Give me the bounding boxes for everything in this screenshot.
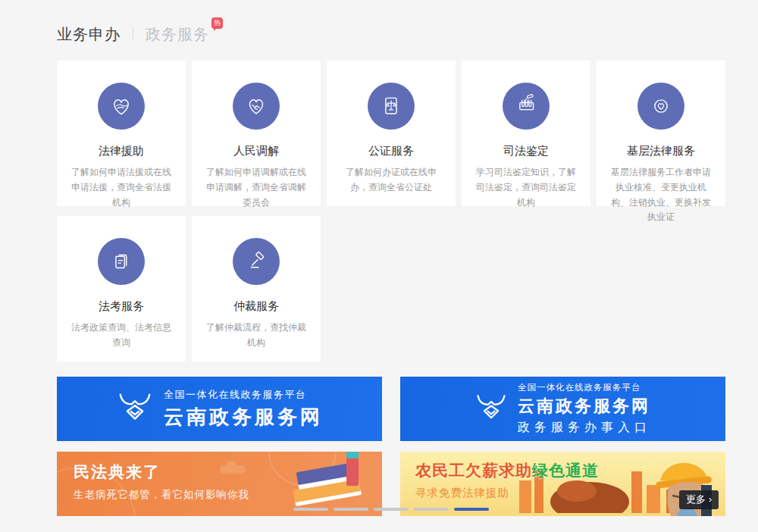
card-people-mediation[interactable]: 人民调解 了解如何申请调解或在线申请调解，查询全省调解委员会 [192, 61, 321, 206]
migrant-worker-banner[interactable]: 农民工欠薪求助绿色通道 寻求免费法律援助 更多 › [400, 452, 725, 516]
carousel-dash-active[interactable] [454, 508, 489, 511]
yunnan-ox-logo-icon [116, 391, 154, 427]
card-judicial-authentication[interactable]: 司法鉴定 学习司法鉴定知识，了解司法鉴定，查询司法鉴定机构 [462, 61, 590, 206]
worker-banner-subtitle: 寻求免费法律援助 [415, 486, 509, 500]
card-desc: 了解如何申请法援或在线申请法援，查询全省法援机构 [69, 165, 174, 210]
gov-banner-text: 全国一体化在线政务服务平台 云南政务服务网 政务服务办事入口 [518, 382, 651, 436]
title-orange-part: 农民工欠薪求助 [415, 462, 532, 479]
card-arbitration[interactable]: 仲裁服务 了解仲裁流程，查找仲裁机构 [192, 216, 321, 361]
gov-banner-row: 全国一体化在线政务服务平台 云南政务服务网 全国一体化在线政务服务平台 云南政务… [57, 377, 725, 441]
carousel-indicators [293, 508, 489, 511]
gov-banner-text: 全国一体化在线政务服务平台 云南政务服务网 [164, 388, 323, 430]
civil-code-subtitle: 生老病死它都管，看它如何影响你我 [74, 488, 249, 502]
tab-divider [133, 27, 133, 41]
carousel-dash[interactable] [414, 508, 449, 511]
civil-code-title: 民法典来了 [74, 462, 161, 483]
card-desc: 基层法律服务工作者申请执业核准、变更执业机构、注销执业、更换补发执业证 [609, 165, 713, 225]
civil-code-banner[interactable]: 民法典来了 生老病死它都管，看它如何影响你我 [57, 452, 382, 516]
handshake-icon [233, 83, 280, 130]
promo-banner-row: 民法典来了 生老病死它都管，看它如何影响你我 [57, 452, 725, 516]
card-desc: 了解如何申请调解或在线申请调解，查询全省调解委员会 [204, 165, 309, 210]
heart-circle-icon [637, 83, 684, 130]
gavel-icon [233, 238, 280, 285]
cloud-icon [220, 465, 246, 474]
carousel-dash[interactable] [334, 508, 368, 511]
gov-portal-banner-left[interactable]: 全国一体化在线政务服务平台 云南政务服务网 [57, 377, 382, 441]
card-notary-service[interactable]: 公证服务 了解如何办证或在线申办，查询全省公证处 [327, 61, 456, 206]
documents-icon [98, 238, 145, 285]
card-title: 基层法律服务 [597, 144, 725, 158]
hot-badge: 热 [211, 17, 223, 29]
card-desc: 了解仲裁流程，查找仲裁机构 [204, 321, 309, 351]
card-title: 仲裁服务 [192, 299, 321, 314]
more-button[interactable]: 更多 › [679, 490, 719, 509]
main-content: 业务申办 政务服务 热 法律援助 了解如何申请法援或在线申请法援，查询全省法援机… [57, 0, 725, 516]
tab-government-service[interactable]: 政务服务 [146, 24, 209, 45]
scales-scroll-icon [368, 83, 415, 130]
gov-tagline: 全国一体化在线政务服务平台 [518, 382, 651, 393]
title-green-part: 绿色通道 [532, 462, 599, 479]
card-desc: 学习司法鉴定知识，了解司法鉴定，查询司法鉴定机构 [474, 165, 578, 210]
card-grassroots-legal[interactable]: 基层法律服务 基层法律服务工作者申请执业核准、变更执业机构、注销执业、更换补发执… [597, 61, 725, 206]
worker-banner-title: 农民工欠薪求助绿色通道 [415, 460, 599, 481]
service-grid: 法律援助 了解如何申请法援或在线申请法援，查询全省法援机构 人民调解 了解如何申… [57, 61, 725, 361]
gov-portal-banner-right[interactable]: 全国一体化在线政务服务平台 云南政务服务网 政务服务办事入口 [400, 377, 725, 441]
card-title: 司法鉴定 [462, 144, 590, 158]
gov-site-name: 云南政务服务网 [164, 404, 323, 430]
gov-site-name: 云南政务服务网 [518, 395, 651, 418]
card-desc: 法考政策查询、法考信息查询 [69, 321, 174, 351]
heart-hand-icon [98, 83, 145, 130]
card-law-exam[interactable]: 法考服务 法考政策查询、法考信息查询 [57, 216, 186, 361]
more-label: 更多 [686, 493, 706, 506]
section-tabs: 业务申办 政务服务 热 [57, 24, 725, 44]
carousel-dash[interactable] [293, 508, 328, 511]
chevron-right-icon: › [709, 494, 712, 505]
yunnan-ox-logo-icon [475, 393, 508, 426]
tab-business-apply[interactable]: 业务申办 [57, 24, 121, 45]
card-title: 法律援助 [57, 144, 186, 158]
test-tubes-icon [503, 83, 550, 130]
gov-tagline: 全国一体化在线政务服务平台 [164, 388, 323, 402]
card-desc: 了解如何办证或在线申办，查询全省公证处 [339, 165, 443, 196]
card-title: 人民调解 [192, 144, 321, 158]
gov-entry-label: 政务服务办事入口 [518, 420, 651, 436]
card-legal-aid[interactable]: 法律援助 了解如何申请法援或在线申请法援，查询全省法援机构 [57, 61, 186, 206]
carousel-dash[interactable] [374, 508, 409, 511]
card-title: 法考服务 [57, 299, 186, 314]
card-title: 公证服务 [327, 144, 456, 158]
books-illustration [273, 452, 379, 516]
